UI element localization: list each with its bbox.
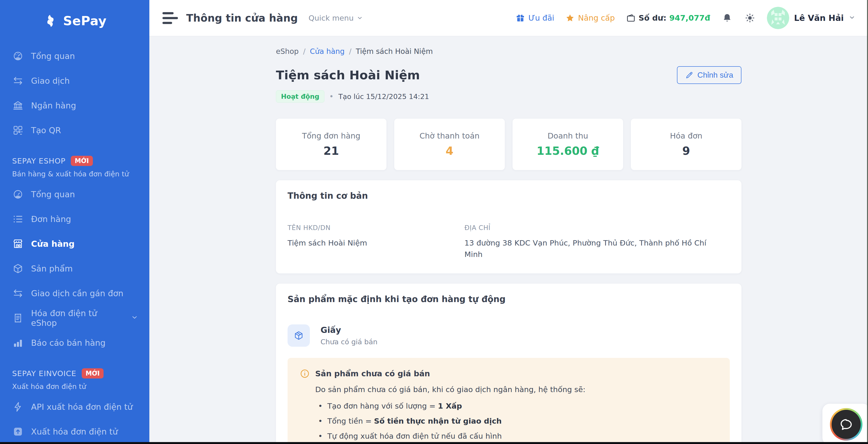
topbar: Thông tin cửa hàng Quick menu Ưu đãi Nân… bbox=[149, 0, 868, 36]
new-badge: MỚI bbox=[82, 368, 103, 379]
brand-logo[interactable]: SePay bbox=[0, 9, 149, 32]
warning-title: Sản phẩm chưa có giá bán bbox=[315, 369, 430, 378]
sidebar-item-giao-dich[interactable]: Giao dịch bbox=[0, 68, 149, 93]
product-note: Chưa có giá bán bbox=[320, 338, 377, 346]
promo-label: Ưu đãi bbox=[528, 13, 554, 23]
field-label: ĐỊA CHỈ bbox=[465, 224, 730, 232]
stats-grid: Tổng đơn hàng 21 Chờ thanh toán 4 Doanh … bbox=[276, 119, 741, 170]
sidebar-item-san-pham[interactable]: Sản phẩm bbox=[0, 256, 149, 281]
no-price-warning: Sản phẩm chưa có giá bán Do sản phẩm chư… bbox=[287, 358, 730, 444]
content-scroll-area[interactable]: eShop / Cửa hàng / Tiệm sách Hoài Niệm T… bbox=[149, 36, 868, 444]
notifications-button[interactable] bbox=[721, 12, 733, 24]
stat-value: 115.600 ₫ bbox=[536, 144, 599, 157]
brand-name: SePay bbox=[63, 13, 106, 28]
chevron-down-icon bbox=[356, 15, 363, 21]
section-subtitle: Bán hàng & xuất hóa đơn điện tử bbox=[12, 170, 137, 178]
product-name: Giấy bbox=[320, 325, 377, 335]
sidebar-item-xuat-hoa-don[interactable]: Xuất hóa đơn điện tử bbox=[0, 419, 149, 444]
stat-label: Hóa đơn bbox=[670, 131, 703, 141]
theme-toggle-button[interactable] bbox=[744, 12, 756, 24]
stat-label: Tổng đơn hàng bbox=[302, 131, 361, 141]
stat-card-invoices: Hóa đơn 9 bbox=[631, 119, 741, 170]
bell-icon bbox=[722, 13, 732, 23]
bank-icon bbox=[12, 100, 24, 111]
sidebar-item-label: Báo cáo bán hàng bbox=[31, 338, 105, 348]
transfer-icon bbox=[12, 75, 24, 87]
sidebar-item-label: Tổng quan bbox=[31, 51, 75, 61]
sidebar-item-don-hang[interactable]: Đơn hàng bbox=[0, 207, 149, 232]
sidebar-item-api-xuat-hoa-don[interactable]: API xuất hóa đơn điện tử bbox=[0, 394, 149, 419]
field-value: 13 đường 38 KDC Vạn Phúc, Phường Thủ Đức… bbox=[465, 237, 721, 260]
chevron-down-icon bbox=[848, 14, 856, 22]
product-cube-icon bbox=[287, 324, 310, 347]
basic-info-heading: Thông tin cơ bản bbox=[287, 191, 730, 201]
sidebar-item-tong-quan[interactable]: Tổng quan bbox=[0, 44, 149, 68]
basic-info-card: Thông tin cơ bản TÊN HKD/DN Tiệm sách Ho… bbox=[276, 180, 741, 273]
wallet-icon bbox=[626, 13, 636, 23]
edit-button[interactable]: Chỉnh sửa bbox=[677, 66, 741, 84]
field-address: ĐỊA CHỈ 13 đường 38 KDC Vạn Phúc, Phường… bbox=[465, 224, 730, 260]
sidebar-item-label: API xuất hóa đơn điện tử bbox=[31, 402, 133, 412]
chat-launcher-button[interactable] bbox=[830, 408, 862, 441]
sidebar-item-label: Cửa hàng bbox=[31, 239, 75, 249]
sidebar-section-einvoice: SEPAY EINVOICE MỚI Xuất hóa đơn điện tử bbox=[0, 355, 149, 394]
product-row: Giấy Chưa có giá bán bbox=[287, 324, 730, 347]
section-title: SEPAY ESHOP bbox=[12, 156, 65, 165]
default-product-card: Sản phẩm mặc định khi tạo đơn hàng tự độ… bbox=[276, 284, 741, 444]
stat-label: Chờ thanh toán bbox=[420, 131, 479, 141]
field-label: TÊN HKD/DN bbox=[287, 224, 465, 232]
breadcrumb-separator: / bbox=[349, 47, 351, 56]
gift-icon bbox=[516, 13, 525, 23]
sidebar-item-tao-qr[interactable]: Tạo QR bbox=[0, 118, 149, 143]
quick-menu-dropdown[interactable]: Quick menu bbox=[309, 13, 363, 22]
screen-bottom-edge bbox=[0, 442, 868, 444]
sidebar-section-eshop: SEPAY ESHOP MỚI Bán hàng & xuất hóa đơn … bbox=[0, 143, 149, 182]
sidebar-item-giao-dich-can-gan-don[interactable]: Giao dịch cần gán đơn bbox=[0, 281, 149, 306]
stat-label: Doanh thu bbox=[548, 131, 588, 141]
chevron-down-icon bbox=[131, 313, 138, 323]
sidebar-item-label: Giao dịch cần gán đơn bbox=[31, 289, 123, 298]
stat-value: 4 bbox=[446, 144, 454, 157]
export-icon bbox=[12, 426, 24, 438]
warning-bullet: Tự động xuất hóa đơn điện tử nếu đã cấu … bbox=[318, 432, 718, 440]
list-icon bbox=[12, 213, 24, 225]
sidebar-item-label: Hóa đơn điện tử eShop bbox=[31, 308, 124, 328]
sidebar-item-eshop-tong-quan[interactable]: Tổng quan bbox=[0, 182, 149, 207]
sidebar-item-bao-cao-ban-hang[interactable]: Báo cáo bán hàng bbox=[0, 330, 149, 355]
stat-card-total-orders: Tổng đơn hàng 21 bbox=[276, 119, 386, 170]
breadcrumb-current: Tiệm sách Hoài Niệm bbox=[356, 47, 433, 56]
sidebar-item-label: Ngân hàng bbox=[31, 101, 76, 110]
sidebar-item-cua-hang[interactable]: Cửa hàng bbox=[0, 232, 149, 256]
status-badge: Hoạt động bbox=[276, 90, 324, 102]
quick-menu-label: Quick menu bbox=[309, 13, 354, 22]
balance-display[interactable]: Số dư: 947,077đ bbox=[626, 13, 710, 23]
sepay-logo-icon bbox=[43, 13, 58, 29]
sidebar-item-ngan-hang[interactable]: Ngân hàng bbox=[0, 93, 149, 118]
breadcrumb-separator: / bbox=[303, 47, 306, 56]
user-name: Lê Văn Hải bbox=[794, 13, 844, 23]
gauge-icon bbox=[12, 50, 24, 62]
promo-link[interactable]: Ưu đãi bbox=[516, 13, 554, 23]
hamburger-menu-icon[interactable] bbox=[162, 10, 178, 26]
user-menu[interactable]: Lê Văn Hải bbox=[767, 7, 856, 29]
warning-bullet-list: Tạo đơn hàng với số lượng = 1 Xấp Tổng t… bbox=[318, 402, 718, 440]
app-window: SePay Tổng quan Giao dịch Ngân hàng Tạo … bbox=[0, 0, 868, 444]
meta-dot: • bbox=[329, 92, 334, 101]
sidebar-item-label: Đơn hàng bbox=[31, 214, 71, 224]
transfer-icon bbox=[12, 288, 24, 299]
field-value: Tiệm sách Hoài Niệm bbox=[287, 237, 465, 249]
balance-value: 947,077đ bbox=[669, 13, 710, 23]
stat-card-pending-payment: Chờ thanh toán 4 bbox=[394, 119, 505, 170]
info-icon bbox=[300, 368, 310, 379]
page-header-title: Thông tin cửa hàng bbox=[186, 12, 298, 24]
gauge-icon bbox=[12, 188, 24, 200]
breadcrumb-eshop[interactable]: eShop bbox=[276, 47, 299, 56]
field-business-name: TÊN HKD/DN Tiệm sách Hoài Niệm bbox=[287, 224, 465, 260]
breadcrumb-cua-hang[interactable]: Cửa hàng bbox=[310, 47, 344, 56]
sidebar-item-label: Tạo QR bbox=[31, 125, 61, 135]
bolt-icon bbox=[12, 401, 24, 413]
sidebar-item-hoa-don-dien-tu-eshop[interactable]: Hóa đơn điện tử eShop bbox=[0, 306, 149, 330]
balance-label: Số dư: bbox=[639, 13, 666, 23]
upgrade-link[interactable]: Nâng cấp bbox=[565, 13, 615, 23]
star-icon bbox=[565, 13, 575, 23]
